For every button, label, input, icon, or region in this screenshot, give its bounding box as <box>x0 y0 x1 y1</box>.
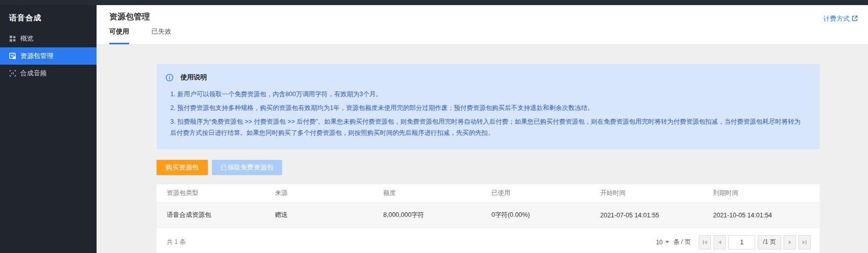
action-buttons-row: 购买资源包 已领取免费资源包 <box>157 160 868 175</box>
next-page-button[interactable] <box>784 235 796 249</box>
first-page-button[interactable] <box>699 235 711 249</box>
sidebar-item-resource-packages[interactable]: 资源包管理 <box>0 47 97 65</box>
info-icon <box>166 74 173 81</box>
tab-expired[interactable]: 已失效 <box>151 27 171 44</box>
sidebar-item-overview[interactable]: 概览 <box>0 30 97 47</box>
resource-package-table: 资源包类型 来源 额度 已使用 开始时间 到期时间 语音合成资源包 赠送 8,0 <box>157 184 820 228</box>
previous-page-button[interactable] <box>714 235 726 249</box>
notice-item: 1. 新用户可以领取一个免费资源包，内含800万调用字符，有效期为3个月。 <box>170 89 805 100</box>
last-page-button[interactable] <box>798 235 811 249</box>
notice-title: 使用说明 <box>180 73 207 82</box>
sidebar-item-label: 概览 <box>20 34 34 43</box>
page-title: 资源包管理 <box>109 12 858 22</box>
page-size-value: 10 <box>656 239 663 246</box>
total-pages-label: /1 页 <box>758 235 781 249</box>
column-header-source: 来源 <box>265 184 373 203</box>
resource-package-icon <box>9 52 16 60</box>
free-package-claimed-button: 已领取免费资源包 <box>212 160 282 175</box>
app-window: 语音合成 概览 资源包管理 合成音频 资源包管理 计费方式 <box>0 0 868 253</box>
tab-bar: 可使用 已失效 <box>109 27 171 44</box>
next-page-icon <box>789 240 791 244</box>
resource-package-table-card: 资源包类型 来源 额度 已使用 开始时间 到期时间 语音合成资源包 赠送 8,0 <box>157 184 820 253</box>
pagination: 10 条 / 页 /1 页 <box>656 235 811 249</box>
billing-method-link[interactable]: 计费方式 <box>823 14 858 23</box>
per-page-label: 条 / 页 <box>673 238 691 246</box>
cell-quota: 8,000,000字符 <box>373 203 481 228</box>
sidebar-item-synthesized-audio[interactable]: 合成音频 <box>0 65 97 82</box>
buy-resource-package-button[interactable]: 购买资源包 <box>157 160 208 175</box>
main-area: 资源包管理 计费方式 可使用 已失效 使用说明 <box>97 5 868 253</box>
table-header-row: 资源包类型 来源 额度 已使用 开始时间 到期时间 <box>157 184 820 203</box>
top-navigation-bar <box>0 0 868 5</box>
table-row: 语音合成资源包 赠送 8,000,000字符 0字符(0.00%) 2021-0… <box>157 203 820 228</box>
page-size-select[interactable]: 10 条 / 页 <box>656 238 691 246</box>
column-header-start-time: 开始时间 <box>590 184 703 203</box>
page-number-input[interactable] <box>728 235 755 249</box>
sidebar-item-label: 资源包管理 <box>20 51 53 61</box>
pagination-controls: /1 页 <box>699 235 811 249</box>
page-header: 资源包管理 计费方式 可使用 已失效 <box>97 5 868 45</box>
sidebar: 语音合成 概览 资源包管理 合成音频 <box>0 5 97 253</box>
tab-content: 使用说明 1. 新用户可以领取一个免费资源包，内含800万调用字符，有效期为3个… <box>97 45 868 253</box>
cell-start-time: 2021-07-05 14:01:55 <box>590 203 703 228</box>
cell-source: 赠送 <box>265 203 373 228</box>
total-count-label: 共 1 条 <box>167 238 185 246</box>
audio-file-icon <box>9 70 16 77</box>
usage-notice-box: 使用说明 1. 新用户可以领取一个免费资源包，内含800万调用字符，有效期为3个… <box>157 64 820 149</box>
product-title: 语音合成 <box>0 5 97 30</box>
tab-available[interactable]: 可使用 <box>109 27 129 44</box>
column-header-quota: 额度 <box>373 184 481 203</box>
column-header-package-type: 资源包类型 <box>157 184 265 203</box>
first-page-icon <box>703 240 704 244</box>
notice-header: 使用说明 <box>166 73 810 82</box>
cell-expire-time: 2021-10-05 14:01:54 <box>703 203 820 228</box>
previous-page-icon <box>719 240 721 244</box>
sidebar-item-label: 合成音频 <box>20 69 47 78</box>
last-page-icon <box>802 240 805 244</box>
table-footer: 共 1 条 10 条 / 页 /1 页 <box>157 228 820 253</box>
notice-list: 1. 新用户可以领取一个免费资源包，内含800万调用字符，有效期为3个月。 2.… <box>170 89 810 138</box>
cell-package-type: 语音合成资源包 <box>157 203 265 228</box>
cell-used: 0字符(0.00%) <box>481 203 590 228</box>
chevron-down-icon <box>665 241 669 243</box>
column-header-expire-time: 到期时间 <box>703 184 820 203</box>
overview-grid-icon <box>9 35 16 42</box>
column-header-used: 已使用 <box>481 184 590 203</box>
notice-item: 3. 扣费顺序为“免费资源包 >> 付费资源包 >> 后付费”。如果您未购买付费… <box>170 116 805 138</box>
external-link-icon <box>852 15 858 23</box>
billing-link-label: 计费方式 <box>823 14 850 23</box>
notice-item: 2. 预付费资源包支持多种规格，购买的资源包有效期均为1年，资源包额度未使用完的… <box>170 102 805 114</box>
